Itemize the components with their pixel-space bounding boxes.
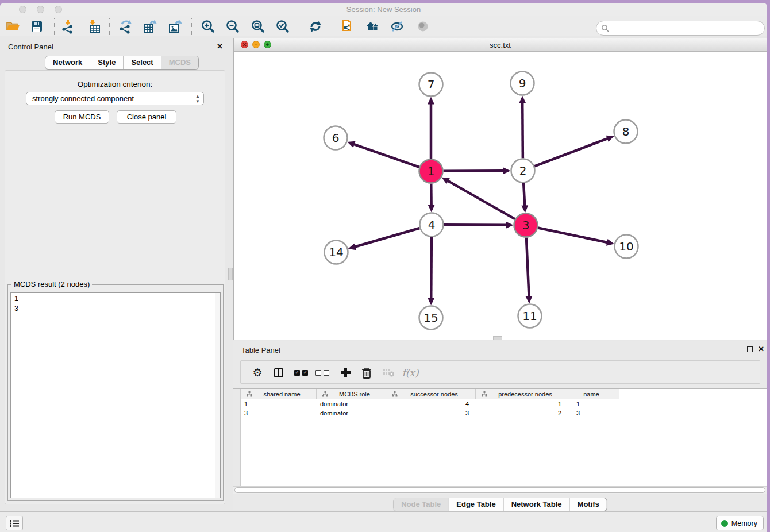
tab-motifs[interactable]: Motifs — [569, 498, 607, 511]
tab-select[interactable]: Select — [123, 56, 160, 69]
column-header-MCDS-role[interactable]: MCDS role — [317, 389, 386, 399]
apply-layout-icon[interactable] — [308, 19, 323, 34]
zoom-selected-icon[interactable] — [275, 19, 290, 34]
table-cell[interactable]: dominator — [317, 408, 386, 418]
node-label: 11 — [522, 309, 537, 323]
network-window-titlebar[interactable]: ✕ − + scc.txt — [234, 38, 767, 52]
open-session-icon[interactable] — [5, 19, 20, 34]
title-bar: Session: New Session — [0, 3, 767, 16]
mcds-result-title: MCDS result (2 nodes) — [11, 280, 92, 288]
home-icon[interactable] — [365, 19, 380, 34]
memory-button[interactable]: Memory — [716, 516, 764, 530]
edge-1-6[interactable] — [353, 144, 419, 167]
save-session-icon[interactable] — [29, 19, 44, 34]
function-builder-icon: f(x) — [402, 361, 419, 384]
table-cell[interactable]: 2 — [476, 408, 568, 418]
horizontal-split-handle[interactable] — [493, 336, 502, 340]
delete-row-icon[interactable] — [358, 361, 375, 384]
zoom-fit-icon[interactable] — [251, 19, 265, 34]
edge-3-1[interactable] — [447, 180, 515, 219]
node-label: 1 — [428, 164, 435, 178]
deselect-all-icon[interactable] — [314, 361, 331, 384]
zoom-in-icon[interactable] — [201, 19, 215, 34]
mcds-result-textarea[interactable]: 13 — [10, 292, 221, 498]
edge-2-8[interactable] — [534, 138, 609, 167]
table-cell[interactable]: 3 — [241, 408, 317, 418]
edge-2-9[interactable] — [522, 102, 523, 158]
table-cell[interactable]: 3 — [568, 408, 619, 418]
column-header-shared-name[interactable]: shared name — [241, 389, 317, 399]
table-settings-icon[interactable]: ⚙ — [249, 361, 266, 384]
float-panel-icon[interactable] — [206, 44, 211, 51]
add-row-icon[interactable] — [337, 361, 354, 384]
node-table[interactable]: shared nameMCDS rolesuccessor nodesprede… — [233, 388, 767, 494]
task-history-button[interactable] — [6, 516, 23, 530]
show-all-icon — [415, 19, 430, 34]
memory-status-icon — [721, 520, 728, 527]
export-image-icon[interactable] — [168, 19, 183, 34]
close-table-panel-icon[interactable]: ✕ — [758, 346, 764, 353]
node-label: 3 — [522, 218, 530, 232]
mcds-result-group: MCDS result (2 nodes) 13 — [7, 284, 224, 501]
table-cell[interactable]: 3 — [386, 408, 476, 418]
table-toolbar: ⚙ ✓ ✓ f(x) — [240, 360, 760, 384]
toolbar-separator — [191, 18, 192, 35]
tab-network-table[interactable]: Network Table — [503, 498, 569, 511]
search-icon — [601, 24, 610, 33]
sort-column-icon[interactable] — [482, 391, 487, 397]
column-header-name[interactable]: name — [568, 389, 619, 399]
import-table-icon[interactable] — [87, 19, 102, 34]
export-network-icon[interactable] — [118, 19, 133, 34]
close-panel-button[interactable]: Close panel — [117, 110, 176, 124]
arrowhead-icon — [348, 244, 356, 250]
table-cell[interactable]: 1 — [568, 399, 619, 408]
mcds-result-value: 3 — [14, 304, 217, 314]
edge-4-3[interactable] — [444, 225, 507, 225]
run-mcds-button[interactable]: Run MCDS — [55, 110, 109, 124]
main-toolbar — [0, 16, 767, 36]
edge-3-11[interactable] — [526, 237, 529, 297]
tab-edge-table[interactable]: Edge Table — [448, 498, 503, 511]
tab-network[interactable]: Network — [45, 56, 90, 69]
table-row[interactable]: 3dominator323 — [241, 408, 619, 418]
column-header-predecessor-nodes[interactable]: predecessor nodes — [476, 389, 568, 399]
vertical-split-handle[interactable] — [228, 268, 233, 280]
criterion-select[interactable]: strongly connected component ▲▼ — [26, 92, 204, 105]
edge-4-15[interactable] — [431, 237, 432, 299]
table-horizontal-scrollbar[interactable] — [233, 486, 767, 494]
column-header-successor-nodes[interactable]: successor nodes — [386, 389, 476, 399]
float-table-panel-icon[interactable] — [747, 346, 753, 353]
table-cell[interactable]: 1 — [476, 399, 568, 408]
window-title: Session: New Session — [0, 5, 767, 14]
edge-2-3[interactable] — [523, 183, 525, 206]
column-label: successor nodes — [398, 391, 475, 398]
result-scrollbar[interactable] — [215, 293, 220, 498]
sort-column-icon[interactable] — [247, 391, 252, 397]
memory-label: Memory — [732, 519, 757, 527]
import-network-icon[interactable] — [60, 19, 75, 34]
zoom-out-icon[interactable] — [225, 19, 240, 34]
tab-mcds[interactable]: MCDS — [161, 56, 198, 69]
edge-4-14[interactable] — [354, 228, 419, 247]
tab-style[interactable]: Style — [90, 56, 123, 69]
hide-selected-icon[interactable] — [390, 19, 405, 34]
network-canvas[interactable]: 1234678910111415 — [234, 52, 767, 340]
search-field[interactable] — [596, 21, 765, 36]
table-cell[interactable]: 1 — [241, 399, 317, 408]
clone-network-icon[interactable] — [340, 19, 355, 34]
select-all-icon[interactable]: ✓ ✓ — [292, 361, 310, 384]
export-table-icon[interactable] — [143, 19, 157, 34]
close-panel-icon[interactable]: ✕ — [217, 43, 223, 50]
table-cell[interactable]: 4 — [386, 399, 476, 408]
table-row[interactable]: 1dominator411 — [241, 399, 619, 408]
search-input[interactable] — [610, 24, 753, 33]
network-graph[interactable]: 1234678910111415 — [234, 52, 767, 340]
edge-3-10[interactable] — [538, 228, 608, 242]
sort-column-icon[interactable] — [392, 391, 398, 397]
table-cell[interactable]: dominator — [317, 399, 386, 408]
edge-1-2[interactable] — [443, 171, 504, 171]
sort-column-icon[interactable] — [322, 391, 328, 397]
tab-node-table[interactable]: Node Table — [394, 498, 448, 511]
show-columns-icon[interactable] — [270, 361, 287, 384]
toolbar-separator — [54, 18, 55, 35]
